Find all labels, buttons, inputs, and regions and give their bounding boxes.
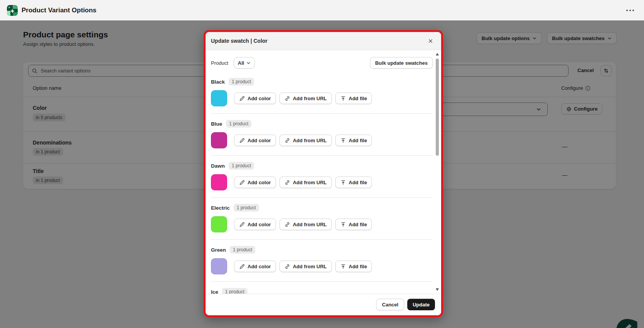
modal-header: Update swatch | Color: [206, 32, 441, 50]
topbar: Product Variant Options: [0, 0, 644, 20]
swatch-section: Ice 1 product: [211, 282, 433, 294]
add-from-url-label: Add from URL: [293, 138, 327, 143]
product-filter-row: Product All Bulk update swatches: [211, 50, 433, 72]
add-file-label: Add file: [349, 264, 367, 269]
add-color-label: Add color: [248, 138, 271, 143]
add-from-url-button[interactable]: Add from URL: [279, 261, 332, 272]
add-color-button[interactable]: Add color: [234, 93, 276, 104]
update-button[interactable]: Update: [407, 299, 435, 310]
add-color-button[interactable]: Add color: [234, 135, 276, 146]
scroll-down-arrow-icon[interactable]: [436, 288, 439, 291]
scroll-up-arrow-icon[interactable]: [436, 53, 439, 56]
swatch-section: Dawn 1 product Add color Add from URL Ad…: [211, 156, 433, 198]
upload-icon: [340, 222, 346, 227]
app-title: Product Variant Options: [22, 7, 623, 14]
color-swatch[interactable]: [211, 174, 227, 190]
add-from-url-button[interactable]: Add from URL: [279, 177, 332, 188]
add-color-button[interactable]: Add color: [234, 177, 276, 188]
bulk-update-swatches-modal-button[interactable]: Bulk update swatches: [370, 57, 433, 69]
close-icon[interactable]: [425, 35, 436, 46]
cancel-button[interactable]: Cancel: [376, 299, 404, 310]
swatch-section: Black 1 product Add color Add from URL A…: [211, 72, 433, 114]
add-file-button[interactable]: Add file: [335, 177, 372, 188]
upload-icon: [340, 264, 346, 269]
pencil-icon: [239, 264, 245, 269]
link-icon: [284, 96, 290, 101]
link-icon: [284, 180, 290, 185]
add-file-button[interactable]: Add file: [335, 219, 372, 230]
swatch-name: Dawn: [211, 163, 225, 169]
add-file-label: Add file: [349, 180, 367, 185]
color-swatch[interactable]: [211, 132, 227, 148]
pencil-icon: [239, 222, 245, 227]
link-icon: [284, 222, 290, 227]
add-from-url-button[interactable]: Add from URL: [279, 219, 332, 230]
upload-icon: [340, 96, 346, 101]
product-count-badge: 1 product: [226, 120, 251, 128]
swatch-name: Electric: [211, 205, 230, 211]
add-color-label: Add color: [248, 222, 271, 227]
swatch-section: Electric 1 product Add color Add from UR…: [211, 198, 433, 240]
add-file-button[interactable]: Add file: [335, 93, 372, 104]
modal-footer: Cancel Update: [206, 294, 441, 315]
add-color-label: Add color: [248, 96, 271, 101]
add-file-button[interactable]: Add file: [335, 261, 372, 272]
link-icon: [284, 138, 290, 143]
add-file-label: Add file: [349, 96, 367, 101]
product-count-badge: 1 product: [230, 246, 255, 254]
swatch-name: Blue: [211, 121, 222, 127]
add-file-label: Add file: [349, 222, 367, 227]
add-color-button[interactable]: Add color: [234, 261, 276, 272]
modal-title: Update swatch | Color: [211, 38, 425, 44]
add-from-url-label: Add from URL: [293, 96, 327, 101]
add-file-label: Add file: [349, 138, 367, 143]
add-from-url-button[interactable]: Add from URL: [279, 93, 332, 104]
product-count-badge: 1 product: [229, 78, 254, 86]
bulk-update-swatches-modal-label: Bulk update swatches: [375, 60, 428, 66]
upload-icon: [340, 180, 346, 185]
add-from-url-label: Add from URL: [293, 180, 327, 185]
app-logo-icon: [7, 5, 18, 16]
add-from-url-label: Add from URL: [293, 222, 327, 227]
link-icon: [284, 264, 290, 269]
annotation-highlight-border: Update swatch | Color Product All Bulk u…: [204, 30, 443, 317]
product-filter-dropdown[interactable]: All: [234, 57, 255, 69]
add-from-url-label: Add from URL: [293, 264, 327, 269]
color-swatch[interactable]: [211, 90, 227, 106]
modal-content: Product All Bulk update swatches Black 1…: [206, 50, 441, 294]
swatch-name: Green: [211, 247, 226, 253]
scrollbar-thumb[interactable]: [436, 59, 439, 156]
product-filter-value: All: [238, 60, 244, 66]
swatch-section: Green 1 product Add color Add from URL A…: [211, 240, 433, 282]
swatch-name: Black: [211, 79, 225, 85]
add-color-label: Add color: [248, 264, 271, 269]
color-swatch[interactable]: [211, 216, 227, 232]
product-count-badge: 1 product: [222, 288, 248, 294]
pencil-icon: [239, 96, 245, 101]
add-from-url-button[interactable]: Add from URL: [279, 135, 332, 146]
color-swatch[interactable]: [211, 258, 227, 274]
more-options-icon[interactable]: [623, 7, 637, 14]
update-swatch-modal: Update swatch | Color Product All Bulk u…: [206, 32, 441, 315]
swatch-section: Blue 1 product Add color Add from URL Ad…: [211, 114, 433, 156]
chevron-down-icon: [246, 61, 251, 65]
pencil-icon: [239, 180, 245, 185]
product-filter-label: Product: [211, 60, 228, 66]
add-file-button[interactable]: Add file: [335, 135, 372, 146]
pencil-icon: [239, 138, 245, 143]
product-count-badge: 1 product: [234, 204, 259, 212]
add-color-label: Add color: [248, 180, 271, 185]
product-count-badge: 1 product: [229, 162, 254, 170]
upload-icon: [340, 138, 346, 143]
add-color-button[interactable]: Add color: [234, 219, 276, 230]
swatch-name: Ice: [211, 289, 218, 294]
